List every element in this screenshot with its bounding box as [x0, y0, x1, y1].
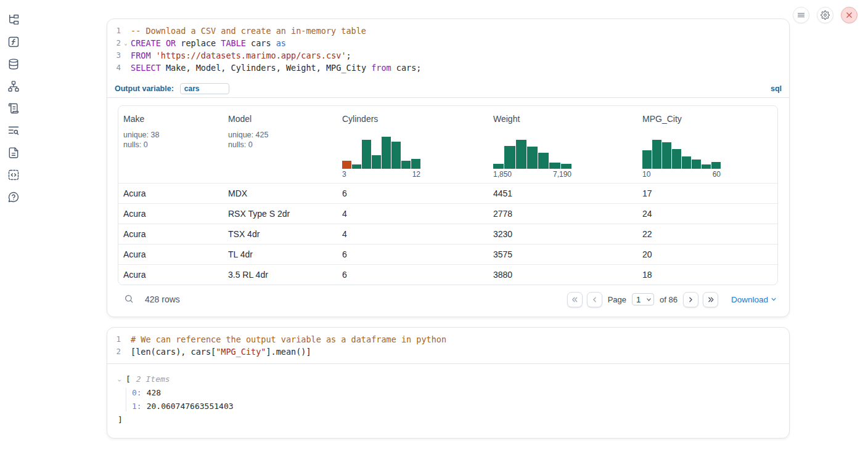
histogram-bar: [382, 137, 391, 169]
code-line[interactable]: 2⌄CREATE OR replace TABLE cars as: [107, 37, 789, 49]
table-row[interactable]: Acura3.5 RL 4dr6388018: [118, 264, 777, 285]
column-header-model[interactable]: Modelunique: 425nulls: 0: [223, 106, 337, 183]
code-token: TABLE: [221, 38, 246, 48]
code-line[interactable]: 4SELECT Make, Model, Cylinders, Weight, …: [107, 62, 789, 74]
column-histogram[interactable]: 312: [342, 135, 420, 179]
download-button[interactable]: Download: [731, 295, 777, 304]
table-row[interactable]: AcuraMDX6445117: [118, 183, 777, 203]
histogram-bar: [692, 160, 701, 169]
code-line[interactable]: 1# We can reference the output variable …: [107, 333, 789, 346]
column-header-mpg_city[interactable]: MPG_City1060: [637, 106, 777, 183]
tree-items-count: 2 Items: [136, 373, 170, 386]
column-histogram[interactable]: 1,8507,190: [493, 135, 571, 179]
code-token: cars: [246, 38, 276, 48]
sidebar-item-file-tree[interactable]: [7, 14, 20, 26]
search-icon[interactable]: [124, 294, 135, 305]
documentation-icon: [7, 147, 20, 159]
download-label: Download: [731, 295, 768, 304]
page-label: Page: [608, 295, 626, 304]
output-variable-label: Output variable:: [115, 84, 174, 93]
code-line[interactable]: 1-- Download a CSV and create an in-memo…: [107, 25, 789, 37]
column-header-make[interactable]: Makeunique: 38nulls: 0: [118, 106, 223, 183]
sidebar: [0, 0, 27, 449]
python-code-editor[interactable]: 1# We can reference the output variable …: [107, 328, 789, 364]
code-token: replace: [176, 38, 221, 48]
histogram-bar: [516, 140, 526, 169]
sidebar-item-logs[interactable]: [7, 124, 20, 137]
chevron-down-icon: [771, 296, 777, 302]
tree-open-bracket: [: [126, 373, 131, 386]
settings-button[interactable]: [817, 7, 833, 23]
sidebar-item-functions[interactable]: [7, 36, 20, 48]
sidebar-item-scratchpad[interactable]: [7, 102, 20, 115]
column-header-weight[interactable]: Weight1,8507,190: [488, 106, 637, 183]
code-line[interactable]: 3FROM 'https://datasets.marimo.app/cars.…: [107, 49, 789, 62]
histogram-bar: [652, 140, 661, 169]
column-header-cylinders[interactable]: Cylinders312: [337, 106, 488, 183]
first-page-button[interactable]: [567, 292, 583, 307]
tree-entry: 1:20.060747663551403: [132, 400, 779, 413]
table-cell: 4451: [488, 188, 637, 198]
histogram-bar: [391, 142, 401, 169]
column-histogram[interactable]: 1060: [642, 135, 721, 179]
prev-page-button[interactable]: [587, 292, 602, 307]
shutdown-button[interactable]: [841, 7, 858, 23]
column-name: Cylinders: [342, 114, 483, 124]
table-row[interactable]: AcuraTL 4dr6357520: [118, 244, 777, 264]
histogram-axis-labels: 1060: [642, 170, 721, 179]
histogram-axis-labels: 312: [342, 170, 420, 179]
sidebar-item-help[interactable]: [7, 191, 20, 203]
tree-entry-value: 20.060747663551403: [147, 400, 234, 413]
code-token: from: [371, 63, 391, 73]
table-cell: TSX 4dr: [223, 229, 337, 239]
table-cell: 4: [337, 209, 488, 219]
histogram-bar: [711, 162, 721, 169]
axis-min-label: 10: [642, 170, 650, 179]
table-body: AcuraMDX6445117AcuraRSX Type S 2dr427782…: [118, 183, 777, 285]
axis-max-label: 7,190: [553, 170, 571, 179]
code-line[interactable]: 2[len(cars), cars["MPG_City"].mean()]: [107, 346, 789, 358]
sidebar-item-dependency-graph[interactable]: [7, 80, 20, 92]
fold-spacer: [121, 49, 131, 62]
table-cell: 6: [337, 249, 488, 259]
tree-close-line: ]: [118, 413, 779, 427]
code-text: -- Download a CSV and create an in-memor…: [131, 25, 366, 37]
code-token: 'https://datasets.marimo.app/cars.csv': [156, 51, 346, 60]
sidebar-item-datasources[interactable]: [7, 58, 20, 70]
sidebar-item-documentation[interactable]: [7, 147, 20, 159]
page-select[interactable]: 1: [632, 293, 654, 305]
fold-caret-icon[interactable]: ⌄: [121, 37, 131, 49]
row-count: 428 rows: [145, 294, 180, 304]
menu-button[interactable]: [793, 7, 809, 23]
output-variable-input[interactable]: cars: [180, 83, 229, 94]
column-stats: unique: 38nulls: 0: [123, 130, 218, 150]
table-cell: 6: [337, 270, 488, 280]
stat-line: unique: 38: [123, 130, 218, 140]
column-name: Weight: [493, 114, 633, 124]
histogram-bar: [372, 155, 381, 169]
code-token: cars;: [391, 63, 422, 73]
stat-line: unique: 425: [228, 130, 332, 140]
pagination: Page 1 of 86 Download: [567, 292, 778, 307]
next-page-button[interactable]: [683, 292, 698, 307]
table-row[interactable]: AcuraTSX 4dr4323022: [118, 224, 777, 244]
line-number: 3: [107, 49, 121, 62]
python-cell: 1# We can reference the output variable …: [107, 327, 790, 439]
table-cell: 3.5 RL 4dr: [223, 270, 337, 280]
tree-collapse-caret[interactable]: ⌵: [118, 373, 126, 386]
code-text: [len(cars), cars["MPG_City"].mean()]: [131, 346, 311, 358]
language-badge[interactable]: sql: [771, 84, 782, 93]
fold-spacer: [121, 25, 131, 37]
sidebar-item-snippets[interactable]: [7, 169, 20, 181]
code-token: # We can reference the output variable a…: [131, 334, 446, 344]
table-cell: Acura: [118, 249, 223, 259]
sql-code-editor[interactable]: 1-- Download a CSV and create an in-memo…: [107, 19, 789, 79]
axis-max-label: 12: [412, 170, 420, 179]
line-number: 4: [107, 62, 121, 74]
last-page-button[interactable]: [703, 292, 718, 307]
table-row[interactable]: AcuraRSX Type S 2dr4277824: [118, 203, 777, 224]
functions-icon: [7, 36, 20, 48]
shutdown-icon: [845, 10, 854, 20]
file-tree-icon: [7, 14, 20, 26]
table-cell: 24: [637, 209, 777, 219]
